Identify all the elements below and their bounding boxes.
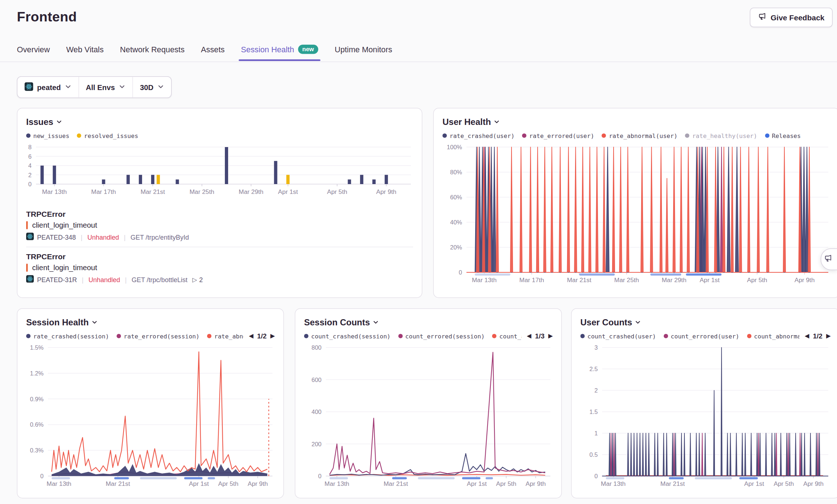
tab-assets[interactable]: Assets xyxy=(201,45,225,61)
react-project-avatar-icon xyxy=(25,82,33,93)
environment-filter[interactable]: All Envs xyxy=(78,77,132,98)
user-health-chart: 020%40%60%80%100%Mar 13thMar 17thMar 21s… xyxy=(442,143,832,288)
legend-pager: ◀ 1/2 ▶ xyxy=(249,332,275,340)
session-counts-chart: 0200400600800Mar 13thMar 21stApr 1stApr … xyxy=(304,343,554,491)
svg-text:Mar 13th: Mar 13th xyxy=(46,480,71,487)
legend-dot xyxy=(26,334,31,338)
legend-item[interactable]: count_abnormal(user) xyxy=(747,333,800,340)
legend-item[interactable]: Releases xyxy=(765,132,801,139)
legend-label: new_issues xyxy=(33,132,69,139)
page-title: Frontend xyxy=(17,9,77,25)
tab-label: Network Requests xyxy=(120,45,185,54)
legend-item[interactable]: rate_errored(user) xyxy=(522,132,594,139)
tab-overview[interactable]: Overview xyxy=(17,45,50,61)
legend-item[interactable]: new_issues xyxy=(26,132,69,139)
issue-row[interactable]: TRPCError client_login_timeout PEATED-31… xyxy=(26,247,413,289)
legend-label: count_errored(user) xyxy=(671,333,739,340)
svg-text:0: 0 xyxy=(318,473,322,479)
date-range-filter-label: 30D xyxy=(140,83,153,92)
legend-label: Releases xyxy=(772,132,801,139)
session-health-chart: 00.3%0.6%0.9%1.2%1.5%Mar 13thMar 21stApr… xyxy=(26,343,276,491)
svg-text:Apr 1st: Apr 1st xyxy=(467,480,487,487)
legend-item[interactable]: rate_crashed(session) xyxy=(26,333,109,340)
svg-text:80%: 80% xyxy=(450,169,462,175)
tab-bar: OverviewWeb VitalsNetwork RequestsAssets… xyxy=(17,45,392,61)
unhandled-badge: Unhandled xyxy=(87,233,119,241)
legend-item[interactable]: count_errored(session) xyxy=(398,333,485,340)
legend-item[interactable]: count_errored(user) xyxy=(664,333,739,340)
svg-text:2: 2 xyxy=(594,387,598,394)
svg-text:6: 6 xyxy=(28,153,32,160)
svg-text:Mar 21st: Mar 21st xyxy=(384,480,408,487)
tab-session-health[interactable]: Session Healthnew xyxy=(241,45,318,61)
svg-text:Mar 25th: Mar 25th xyxy=(614,276,639,284)
svg-text:Mar 13th: Mar 13th xyxy=(42,188,67,195)
legend-dot xyxy=(581,334,585,338)
svg-text:200: 200 xyxy=(311,441,322,447)
svg-text:20%: 20% xyxy=(450,244,462,251)
legend-dot xyxy=(442,134,447,138)
issue-message[interactable]: client_login_timeout xyxy=(32,221,97,229)
replay-count[interactable]: ▷ 2 xyxy=(192,276,203,284)
legend-item[interactable]: count_crashed(user) xyxy=(581,333,656,340)
svg-text:Apr 9th: Apr 9th xyxy=(248,480,268,487)
pager-next-icon[interactable]: ▶ xyxy=(548,333,553,339)
legend-dot xyxy=(685,134,690,138)
chevron-down-icon[interactable] xyxy=(56,117,62,127)
svg-text:400: 400 xyxy=(311,409,322,415)
legend-label: count_abnormal(user) xyxy=(754,333,800,340)
date-range-filter[interactable]: 30D xyxy=(132,77,171,98)
chevron-down-icon[interactable] xyxy=(373,318,379,328)
pager-prev-icon[interactable]: ◀ xyxy=(527,333,531,339)
tab-web-vitals[interactable]: Web Vitals xyxy=(66,45,104,61)
user-counts-panel-title: User Counts xyxy=(581,318,632,328)
divider: | xyxy=(125,276,127,284)
pager-next-icon[interactable]: ▶ xyxy=(270,333,275,339)
svg-text:Mar 25th: Mar 25th xyxy=(190,188,214,195)
issue-message[interactable]: client_login_timeout xyxy=(32,264,97,272)
error-level-indicator xyxy=(26,264,28,272)
chevron-down-icon[interactable] xyxy=(92,318,98,328)
svg-text:Apr 9th: Apr 9th xyxy=(803,480,824,487)
issue-type[interactable]: TRPCError xyxy=(26,210,413,219)
legend-label: count_crashed(session) xyxy=(311,333,391,340)
pager-next-icon[interactable]: ▶ xyxy=(826,333,830,339)
project-filter[interactable]: peated xyxy=(17,77,78,98)
svg-text:Mar 13th: Mar 13th xyxy=(601,480,626,487)
floating-feedback-button[interactable] xyxy=(821,248,837,270)
legend-dot xyxy=(398,334,403,338)
megaphone-icon xyxy=(758,13,767,23)
legend-label: rate_abnormal(user) xyxy=(609,132,678,139)
pager-prev-icon[interactable]: ◀ xyxy=(805,333,809,339)
svg-text:0.9%: 0.9% xyxy=(30,396,44,402)
tab-label: Assets xyxy=(201,45,225,54)
chevron-down-icon[interactable] xyxy=(494,117,500,127)
give-feedback-button[interactable]: Give Feedback xyxy=(750,8,833,27)
legend-item[interactable]: count_crashed(session) xyxy=(304,333,391,340)
legend-item[interactable]: rate_healthy(user) xyxy=(685,132,757,139)
legend-item[interactable]: rate_abnormal(user) xyxy=(602,132,678,139)
legend-item[interactable]: rate_crashed(user) xyxy=(442,132,514,139)
project-filter-label: peated xyxy=(37,83,61,92)
legend-dot xyxy=(26,134,31,138)
replay-count-label: 2 xyxy=(199,276,203,284)
pager-prev-icon[interactable]: ◀ xyxy=(249,333,254,339)
error-level-indicator xyxy=(26,221,28,229)
divider: | xyxy=(81,233,82,241)
issue-row[interactable]: TRPCError client_login_timeout PEATED-34… xyxy=(26,205,413,247)
svg-text:Apr 9th: Apr 9th xyxy=(794,276,815,284)
chevron-down-icon[interactable] xyxy=(635,318,641,328)
legend-item[interactable]: resolved_issues xyxy=(77,132,138,139)
legend-item[interactable]: rate_abnormal(session) xyxy=(207,333,244,340)
issue-type[interactable]: TRPCError xyxy=(26,252,413,261)
give-feedback-label: Give Feedback xyxy=(771,13,824,22)
legend-item[interactable]: rate_errored(session) xyxy=(117,333,199,340)
legend-dot xyxy=(77,134,81,138)
svg-text:600: 600 xyxy=(311,377,322,383)
svg-text:0: 0 xyxy=(28,181,32,187)
tab-uptime-monitors[interactable]: Uptime Monitors xyxy=(335,45,392,61)
issue-short-id: PEATED-348 xyxy=(26,233,76,242)
svg-text:Mar 13th: Mar 13th xyxy=(472,276,497,284)
tab-network-requests[interactable]: Network Requests xyxy=(120,45,185,61)
legend-item[interactable]: count_abnormal(session) xyxy=(492,333,522,340)
